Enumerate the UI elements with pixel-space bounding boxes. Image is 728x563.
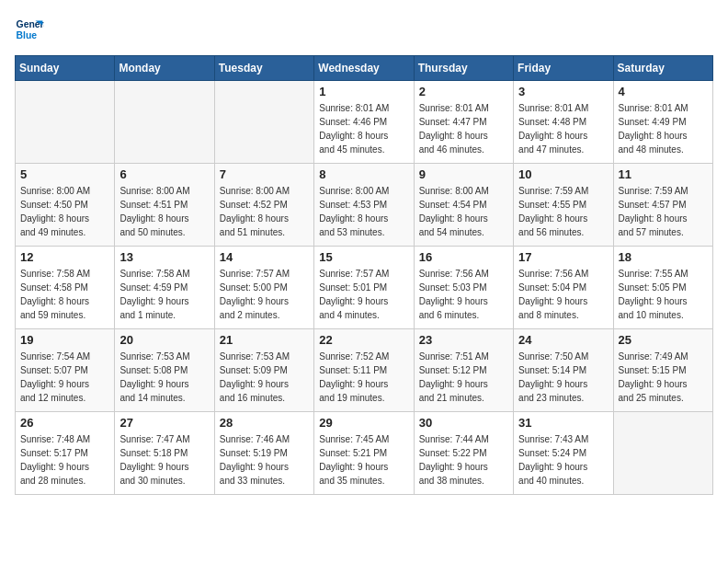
day-info: Sunrise: 7:44 AM Sunset: 5:22 PM Dayligh… [419,432,508,488]
day-info: Sunrise: 7:45 AM Sunset: 5:21 PM Dayligh… [319,432,408,488]
day-info: Sunrise: 8:01 AM Sunset: 4:49 PM Dayligh… [619,101,708,156]
day-cell-6: 6Sunrise: 8:00 AM Sunset: 4:51 PM Daylig… [115,164,214,247]
day-number: 16 [419,250,508,264]
empty-cell [214,81,313,164]
day-number: 17 [518,250,608,264]
day-cell-15: 15Sunrise: 7:57 AM Sunset: 5:01 PM Dayli… [314,247,414,329]
day-info: Sunrise: 7:53 AM Sunset: 5:09 PM Dayligh… [220,350,309,405]
day-header-friday: Friday [514,56,613,81]
day-number: 11 [619,167,708,181]
header-row: SundayMondayTuesdayWednesdayThursdayFrid… [16,56,713,81]
day-header-wednesday: Wednesday [314,56,414,81]
day-number: 21 [220,333,309,347]
day-cell-13: 13Sunrise: 7:58 AM Sunset: 4:59 PM Dayli… [115,247,214,329]
logo: General Blue [15,15,48,44]
day-header-tuesday: Tuesday [214,56,313,81]
day-info: Sunrise: 7:50 AM Sunset: 5:14 PM Dayligh… [518,350,608,405]
day-number: 18 [619,250,708,264]
day-number: 15 [319,250,408,264]
day-cell-21: 21Sunrise: 7:53 AM Sunset: 5:09 PM Dayli… [214,329,313,412]
day-cell-19: 19Sunrise: 7:54 AM Sunset: 5:07 PM Dayli… [16,329,115,412]
day-info: Sunrise: 7:46 AM Sunset: 5:19 PM Dayligh… [220,432,309,488]
day-cell-26: 26Sunrise: 7:48 AM Sunset: 5:17 PM Dayli… [16,412,115,495]
day-cell-2: 2Sunrise: 8:01 AM Sunset: 4:47 PM Daylig… [414,81,513,164]
day-number: 29 [319,416,408,430]
day-number: 24 [518,333,608,347]
day-info: Sunrise: 7:59 AM Sunset: 4:57 PM Dayligh… [619,184,708,239]
day-cell-11: 11Sunrise: 7:59 AM Sunset: 4:57 PM Dayli… [613,164,712,247]
day-cell-16: 16Sunrise: 7:56 AM Sunset: 5:03 PM Dayli… [414,247,513,329]
day-number: 3 [518,85,608,98]
day-number: 14 [220,250,309,264]
day-number: 9 [419,167,508,181]
day-info: Sunrise: 7:52 AM Sunset: 5:11 PM Dayligh… [319,350,408,405]
day-cell-7: 7Sunrise: 8:00 AM Sunset: 4:52 PM Daylig… [214,164,313,247]
day-cell-14: 14Sunrise: 7:57 AM Sunset: 5:00 PM Dayli… [214,247,313,329]
day-info: Sunrise: 7:56 AM Sunset: 5:04 PM Dayligh… [518,267,608,322]
day-cell-10: 10Sunrise: 7:59 AM Sunset: 4:55 PM Dayli… [514,164,613,247]
day-number: 10 [518,167,608,181]
header: General Blue [15,15,713,44]
day-number: 5 [20,167,109,181]
day-number: 30 [419,416,508,430]
day-number: 25 [619,333,708,347]
week-row-1: 1Sunrise: 8:01 AM Sunset: 4:46 PM Daylig… [16,81,713,164]
empty-cell [115,81,214,164]
day-cell-9: 9Sunrise: 8:00 AM Sunset: 4:54 PM Daylig… [414,164,513,247]
day-header-sunday: Sunday [16,56,115,81]
day-info: Sunrise: 8:00 AM Sunset: 4:54 PM Dayligh… [419,184,508,239]
day-cell-1: 1Sunrise: 8:01 AM Sunset: 4:46 PM Daylig… [314,81,414,164]
day-cell-30: 30Sunrise: 7:44 AM Sunset: 5:22 PM Dayli… [414,412,513,495]
day-info: Sunrise: 7:57 AM Sunset: 5:00 PM Dayligh… [220,267,309,322]
day-info: Sunrise: 7:58 AM Sunset: 4:59 PM Dayligh… [119,267,209,322]
calendar-table: SundayMondayTuesdayWednesdayThursdayFrid… [15,55,713,495]
day-header-thursday: Thursday [414,56,513,81]
day-number: 7 [220,167,309,181]
day-number: 8 [319,167,408,181]
day-cell-27: 27Sunrise: 7:47 AM Sunset: 5:18 PM Dayli… [115,412,214,495]
week-row-4: 19Sunrise: 7:54 AM Sunset: 5:07 PM Dayli… [16,329,713,412]
day-number: 1 [319,85,408,98]
day-cell-4: 4Sunrise: 8:01 AM Sunset: 4:49 PM Daylig… [613,81,712,164]
day-number: 12 [20,250,109,264]
empty-cell [613,412,712,495]
day-number: 23 [419,333,508,347]
day-number: 27 [119,416,209,430]
day-info: Sunrise: 8:01 AM Sunset: 4:48 PM Dayligh… [518,101,608,156]
day-info: Sunrise: 7:48 AM Sunset: 5:17 PM Dayligh… [20,432,109,488]
day-cell-31: 31Sunrise: 7:43 AM Sunset: 5:24 PM Dayli… [514,412,613,495]
day-info: Sunrise: 7:58 AM Sunset: 4:58 PM Dayligh… [20,267,109,322]
day-number: 2 [419,85,508,98]
day-info: Sunrise: 7:51 AM Sunset: 5:12 PM Dayligh… [419,350,508,405]
week-row-5: 26Sunrise: 7:48 AM Sunset: 5:17 PM Dayli… [16,412,713,495]
day-info: Sunrise: 8:00 AM Sunset: 4:53 PM Dayligh… [319,184,408,239]
day-info: Sunrise: 8:00 AM Sunset: 4:50 PM Dayligh… [20,184,109,239]
day-cell-29: 29Sunrise: 7:45 AM Sunset: 5:21 PM Dayli… [314,412,414,495]
day-cell-18: 18Sunrise: 7:55 AM Sunset: 5:05 PM Dayli… [613,247,712,329]
day-cell-24: 24Sunrise: 7:50 AM Sunset: 5:14 PM Dayli… [514,329,613,412]
day-cell-22: 22Sunrise: 7:52 AM Sunset: 5:11 PM Dayli… [314,329,414,412]
day-info: Sunrise: 7:49 AM Sunset: 5:15 PM Dayligh… [619,350,708,405]
day-header-monday: Monday [115,56,214,81]
week-row-3: 12Sunrise: 7:58 AM Sunset: 4:58 PM Dayli… [16,247,713,329]
svg-text:Blue: Blue [17,30,38,40]
day-number: 31 [518,416,608,430]
day-cell-20: 20Sunrise: 7:53 AM Sunset: 5:08 PM Dayli… [115,329,214,412]
logo-icon: General Blue [15,15,44,44]
day-cell-8: 8Sunrise: 8:00 AM Sunset: 4:53 PM Daylig… [314,164,414,247]
day-info: Sunrise: 7:53 AM Sunset: 5:08 PM Dayligh… [119,350,209,405]
day-info: Sunrise: 7:47 AM Sunset: 5:18 PM Dayligh… [119,432,209,488]
day-info: Sunrise: 7:43 AM Sunset: 5:24 PM Dayligh… [518,432,608,488]
day-cell-12: 12Sunrise: 7:58 AM Sunset: 4:58 PM Dayli… [16,247,115,329]
day-number: 22 [319,333,408,347]
day-number: 19 [20,333,109,347]
day-cell-5: 5Sunrise: 8:00 AM Sunset: 4:50 PM Daylig… [16,164,115,247]
day-info: Sunrise: 7:56 AM Sunset: 5:03 PM Dayligh… [419,267,508,322]
week-row-2: 5Sunrise: 8:00 AM Sunset: 4:50 PM Daylig… [16,164,713,247]
day-header-saturday: Saturday [613,56,712,81]
day-cell-28: 28Sunrise: 7:46 AM Sunset: 5:19 PM Dayli… [214,412,313,495]
day-number: 28 [220,416,309,430]
day-number: 13 [119,250,209,264]
day-info: Sunrise: 7:55 AM Sunset: 5:05 PM Dayligh… [619,267,708,322]
day-info: Sunrise: 8:01 AM Sunset: 4:46 PM Dayligh… [319,101,408,156]
